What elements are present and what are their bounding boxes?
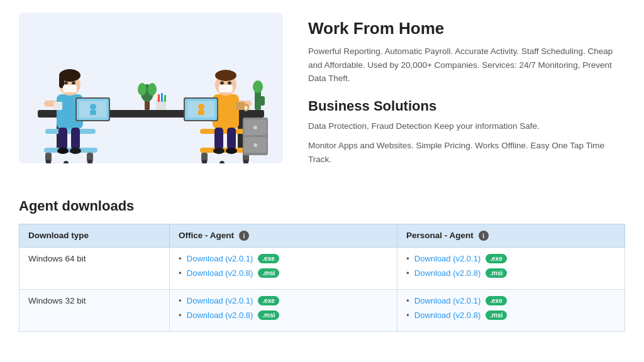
svg-point-17 — [64, 82, 68, 85]
download-link[interactable]: Download (v2.0.8) — [187, 310, 253, 320]
svg-rect-54 — [227, 128, 236, 150]
office-agent-cell: Download (v2.0.1).exeDownload (v2.0.8).m… — [170, 248, 397, 290]
downloads-table: Download type Office - Agent i Personal … — [19, 224, 625, 332]
list-item: Download (v2.0.1).exe — [179, 296, 388, 305]
svg-point-62 — [198, 104, 204, 110]
downloads-heading: Agent downloads — [19, 198, 625, 214]
business-title: Business Solutions — [308, 98, 625, 114]
list-item: Download (v2.0.8).msi — [406, 268, 616, 278]
download-link[interactable]: Download (v2.0.1) — [414, 296, 481, 305]
svg-point-55 — [213, 148, 225, 154]
svg-point-34 — [148, 83, 157, 96]
svg-point-52 — [228, 82, 231, 85]
svg-rect-37 — [161, 93, 163, 102]
download-link[interactable]: Download (v2.0.1) — [187, 254, 253, 263]
download-link[interactable]: Download (v2.0.8) — [414, 310, 481, 320]
list-item: Download (v2.0.1).exe — [406, 296, 616, 305]
download-link[interactable]: Download (v2.0.1) — [414, 254, 481, 263]
svg-point-65 — [253, 80, 263, 93]
svg-point-22 — [70, 148, 81, 154]
office-agent-cell: Download (v2.0.1).exeDownload (v2.0.8).m… — [170, 290, 397, 332]
personal-info-icon[interactable]: i — [479, 231, 489, 241]
svg-rect-72 — [236, 102, 245, 110]
office-info-icon[interactable]: i — [239, 231, 249, 241]
download-link[interactable]: Download (v2.0.1) — [187, 296, 253, 305]
svg-point-71 — [253, 143, 257, 147]
list-item: Download (v2.0.8).msi — [179, 268, 388, 278]
svg-rect-4 — [45, 129, 96, 134]
personal-agent-cell: Download (v2.0.1).exeDownload (v2.0.8).m… — [397, 248, 625, 290]
svg-point-51 — [220, 82, 224, 85]
file-type-badge: .exe — [486, 296, 506, 305]
file-type-badge: .exe — [258, 254, 279, 263]
hero-section: Work From Home Powerful Reporting. Autom… — [19, 13, 625, 173]
download-type-cell: Windows 64 bit — [19, 248, 170, 290]
table-row: Windows 64 bitDownload (v2.0.1).exeDownl… — [19, 248, 625, 290]
page-container: Work From Home Powerful Reporting. Autom… — [0, 0, 644, 344]
svg-rect-50 — [219, 85, 233, 92]
svg-rect-30 — [90, 110, 96, 115]
svg-point-33 — [138, 83, 147, 96]
file-type-badge: .msi — [258, 268, 279, 278]
personal-agent-cell: Download (v2.0.1).exeDownload (v2.0.8).m… — [397, 290, 625, 332]
col-download-type: Download type — [19, 224, 170, 247]
svg-point-18 — [72, 82, 75, 85]
svg-point-49 — [215, 70, 236, 81]
list-item: Download (v2.0.8).msi — [179, 310, 388, 320]
svg-rect-38 — [164, 95, 166, 102]
download-type-cell: Windows 32 bit — [19, 290, 170, 332]
list-item: Download (v2.0.1).exe — [406, 254, 616, 263]
svg-rect-66 — [260, 96, 265, 106]
list-item: Download (v2.0.1).exe — [179, 254, 388, 263]
file-type-badge: .exe — [258, 296, 279, 305]
svg-point-21 — [57, 148, 69, 154]
col-personal-agent: Personal - Agent i — [397, 224, 625, 247]
svg-point-70 — [253, 126, 257, 129]
file-type-badge: .msi — [486, 268, 507, 278]
list-item: Download (v2.0.8).msi — [406, 310, 616, 320]
svg-point-29 — [90, 104, 96, 110]
hero-content: Work From Home Powerful Reporting. Autom… — [308, 13, 625, 173]
file-type-badge: .msi — [486, 310, 507, 320]
svg-rect-19 — [58, 128, 67, 150]
business-description2: Monitor Apps and Websites. Simple Pricin… — [308, 139, 625, 166]
download-link[interactable]: Download (v2.0.8) — [187, 268, 253, 278]
hero-description1: Powerful Reporting. Automatic Payroll. A… — [308, 45, 625, 85]
svg-rect-20 — [71, 128, 80, 150]
table-row: Windows 32 bitDownload (v2.0.1).exeDownl… — [19, 290, 625, 332]
downloads-section: Agent downloads Download type Office - A… — [19, 198, 625, 332]
svg-point-56 — [226, 148, 237, 154]
col-office-agent: Office - Agent i — [170, 224, 397, 247]
hero-illustration — [19, 13, 283, 163]
file-type-badge: .exe — [486, 254, 506, 263]
svg-rect-63 — [198, 110, 204, 115]
svg-rect-36 — [158, 94, 160, 102]
file-type-badge: .msi — [258, 310, 279, 320]
hero-title: Work From Home — [308, 19, 625, 38]
download-link[interactable]: Download (v2.0.8) — [414, 268, 481, 278]
svg-rect-25 — [53, 102, 62, 110]
svg-rect-16 — [63, 85, 77, 92]
business-description1: Data Protection, Fraud Detection Keep yo… — [308, 119, 625, 133]
svg-rect-53 — [214, 128, 223, 150]
